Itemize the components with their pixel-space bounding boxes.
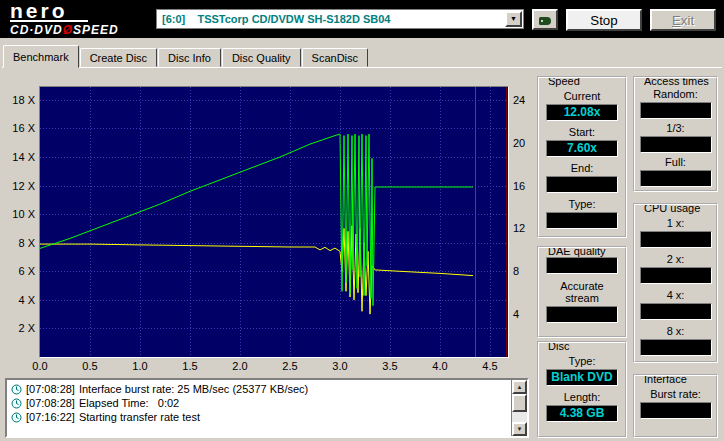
y-axis-left-label: 2 X (4, 322, 35, 334)
stop-button-label: Stop (568, 12, 640, 29)
accurate-stream-value (546, 306, 618, 323)
log-entry-text: Starting transfer rate test (79, 411, 200, 423)
chevron-down-icon[interactable]: ▼ (505, 11, 522, 27)
log-entry: [07:16:22] Starting transfer rate test (9, 410, 509, 424)
x-axis-label: 4.0 (428, 360, 452, 372)
speed-start-value: 7.60x (546, 140, 618, 157)
tab-benchmark[interactable]: Benchmark (3, 45, 79, 68)
access-third-label: 1/3: (635, 122, 716, 134)
y-axis-left-label: 6 X (4, 265, 35, 277)
access-full-label: Full: (635, 156, 716, 168)
drive-select[interactable]: [6:0] TSSTcorp CD/DVDW SH-S182D SB04 ▼ (156, 9, 524, 29)
eject-button[interactable] (532, 9, 558, 30)
interface-panel: Interface Burst rate: (633, 374, 718, 438)
scroll-up-icon[interactable]: ▲ (512, 380, 527, 394)
y-axis-right-label: 8 (513, 265, 519, 277)
access-times-panel-title: Access times (641, 76, 712, 87)
scroll-down-icon[interactable]: ▼ (512, 422, 527, 436)
speed-end-value (546, 176, 618, 193)
x-axis-label: 2.0 (228, 360, 252, 372)
y-axis-right-label: 4 (513, 308, 519, 320)
speed-end-label: End: (539, 162, 625, 174)
exit-button[interactable]: Exit (650, 9, 716, 31)
plot-canvas (40, 87, 508, 357)
y-axis-right-label: 16 (513, 180, 525, 192)
access-third-value (640, 136, 712, 153)
y-axis-left-label: 18 X (4, 94, 35, 106)
x-axis-label: 0.0 (28, 360, 52, 372)
clock-icon (11, 412, 22, 423)
nero-cd-dvd-speed-window: nero CD·DVDØSPEED [6:0] TSSTcorp CD/DVDW… (0, 0, 724, 441)
x-axis-label: 3.0 (328, 360, 352, 372)
cpu-4x-value (640, 303, 712, 320)
nero-logo-text: nero (10, 1, 119, 20)
access-full-value (640, 170, 712, 187)
cpu-2x-label: 2 x: (635, 253, 716, 265)
access-random-label: Random: (635, 88, 716, 100)
read-speed-line (40, 134, 473, 306)
nero-logo: nero CD·DVDØSPEED (10, 1, 119, 37)
dae-quality-panel: DAE quality Accurate stream (537, 246, 627, 338)
product-name: CD·DVDØSPEED (10, 23, 119, 37)
disc-length-value: 4.38 GB (546, 405, 618, 422)
plot-area (39, 86, 509, 358)
log-entry: [07:08:28] Elapsed Time: 0:02 (9, 396, 509, 410)
y-axis-left-label: 4 X (4, 294, 35, 306)
scrollbar-thumb[interactable] (512, 394, 527, 412)
benchmark-chart: 18 X16 X14 X12 X10 X8 X6 X4 X2 X24201612… (4, 76, 536, 374)
speed-current-label: Current (539, 90, 625, 102)
tab-scandisc[interactable]: ScanDisc (302, 48, 368, 67)
tab-create-disc[interactable]: Create Disc (80, 48, 157, 67)
x-axis-label: 1.0 (128, 360, 152, 372)
stop-button[interactable]: Stop (566, 9, 642, 31)
log-entry-time: [07:08:28] (26, 397, 75, 409)
cpu-usage-panel-title: CPU usage (641, 203, 703, 214)
log-entry: [07:08:28] Interface burst rate: 25 MB/s… (9, 382, 509, 396)
x-axis-label: 2.5 (278, 360, 302, 372)
y-axis-left-label: 8 X (4, 237, 35, 249)
y-axis-left-label: 12 X (4, 180, 35, 192)
y-axis-right-label: 12 (513, 222, 525, 234)
y-axis-left-label: 10 X (4, 208, 35, 220)
y-axis-left-label: 14 X (4, 151, 35, 163)
log-entry-time: [07:16:22] (26, 411, 75, 423)
tab-bar: Benchmark Create Disc Disc Info Disc Qua… (3, 45, 369, 68)
speed-start-label: Start: (539, 126, 625, 138)
speed-type-value (546, 212, 618, 229)
cpu-8x-label: 8 x: (635, 325, 716, 337)
product-name-left: CD·DVD (10, 23, 63, 37)
disc-panel-title: Disc (545, 341, 572, 352)
speed-current-value: 12.08x (546, 104, 618, 121)
cpu-2x-value (640, 267, 712, 284)
tag-icon (539, 17, 551, 25)
title-bar: nero CD·DVDØSPEED [6:0] TSSTcorp CD/DVDW… (0, 0, 724, 38)
cpu-4x-label: 4 x: (635, 289, 716, 301)
status-log: [07:08:28] Interface burst rate: 25 MB/s… (5, 378, 529, 438)
y-axis-right-label: 20 (513, 137, 525, 149)
accurate-stream-label: Accurate stream (554, 280, 610, 304)
access-random-value (640, 102, 712, 119)
access-times-panel: Access times Random: 1/3: Full: (633, 76, 718, 192)
log-entry-text: Interface burst rate: 25 MB/sec (25377 K… (79, 383, 308, 395)
exit-button-label: Exit (652, 12, 714, 29)
y-axis-left-label: 16 X (4, 122, 35, 134)
tab-disc-info[interactable]: Disc Info (158, 48, 221, 67)
speed-panel-title: Speed (545, 76, 583, 87)
drive-select-value: [6:0] TSSTcorp CD/DVDW SH-S182D SB04 (157, 10, 523, 28)
tab-disc-quality[interactable]: Disc Quality (222, 48, 301, 67)
x-axis-label: 3.5 (378, 360, 402, 372)
dae-quality-panel-title: DAE quality (545, 246, 608, 257)
slash-zero-icon: Ø (63, 23, 73, 37)
interface-panel-title: Interface (641, 374, 690, 385)
speed-panel: Speed Current 12.08x Start: 7.60x End: T… (537, 76, 627, 238)
dae-quality-value (546, 257, 618, 274)
disc-panel: Disc Type: Blank DVD Length: 4.38 GB (537, 341, 627, 438)
burst-rate-label: Burst rate: (635, 388, 716, 400)
speed-type-label: Type: (539, 198, 625, 210)
disc-type-value: Blank DVD (546, 369, 618, 386)
cpu-1x-label: 1 x: (635, 217, 716, 229)
log-scrollbar[interactable]: ▲ ▼ (511, 380, 527, 436)
cpu-usage-panel: CPU usage 1 x: 2 x: 4 x: 8 x: (633, 203, 718, 363)
x-axis-label: 0.5 (78, 360, 102, 372)
cpu-1x-value (640, 231, 712, 248)
